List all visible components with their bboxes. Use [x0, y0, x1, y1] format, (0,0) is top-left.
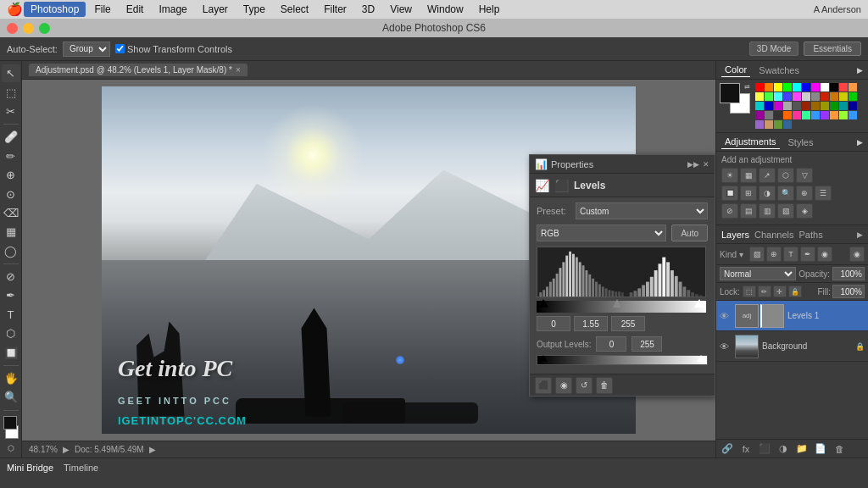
tool-healing[interactable]: 🩹	[2, 128, 20, 146]
minimize-button[interactable]	[23, 23, 34, 34]
swatch[interactable]	[755, 111, 764, 119]
output-black-value[interactable]: 0	[596, 336, 626, 352]
swatch[interactable]	[783, 92, 792, 101]
add-mask-btn[interactable]: ⬛	[757, 442, 772, 456]
swatch[interactable]	[821, 92, 829, 101]
swatch[interactable]	[755, 83, 764, 92]
filter-smartobj[interactable]: ◉	[817, 247, 832, 262]
swatch[interactable]	[811, 83, 820, 92]
maximize-button[interactable]	[39, 23, 50, 34]
lock-transparent-btn[interactable]: ⬚	[743, 286, 756, 297]
output-white-slider[interactable]	[697, 355, 705, 362]
swatch[interactable]	[802, 83, 810, 92]
tab-paths[interactable]: Paths	[799, 230, 823, 240]
add-group-btn[interactable]: 📁	[794, 442, 810, 456]
tool-crop[interactable]: ✂	[2, 103, 20, 120]
swatch[interactable]	[821, 83, 829, 92]
adj-levels[interactable]: ▦	[740, 168, 757, 183]
output-black-slider[interactable]	[539, 355, 548, 362]
menu-filter[interactable]: Filter	[317, 2, 353, 17]
tool-screen-mode[interactable]: ⬡	[2, 440, 20, 458]
tool-select[interactable]: ↖	[2, 64, 20, 82]
adj-selectivecolor[interactable]: ◈	[796, 203, 813, 219]
tool-path[interactable]: ⬡	[2, 324, 20, 342]
tool-history[interactable]: ⊙	[2, 185, 20, 202]
tab-adjustments[interactable]: Adjustments	[721, 135, 780, 149]
swatch[interactable]	[774, 102, 782, 110]
tab-swatches[interactable]: Swatches	[755, 64, 803, 77]
swatch[interactable]	[839, 102, 848, 110]
adj-curves[interactable]: ↗	[759, 168, 776, 183]
adj-hsl[interactable]: 🔲	[721, 186, 738, 201]
essentials-button[interactable]: Essentials	[804, 42, 861, 56]
swatch[interactable]	[765, 92, 773, 101]
foreground-color-box[interactable]	[720, 83, 740, 103]
menu-select[interactable]: Select	[274, 2, 315, 17]
adj-brightness[interactable]: ☀	[721, 168, 738, 183]
swatch[interactable]	[783, 102, 792, 110]
tool-pen[interactable]: ✒	[2, 286, 20, 304]
tool-brush[interactable]: ✏	[2, 147, 20, 165]
adj-threshold[interactable]: ▥	[759, 203, 776, 219]
swatch[interactable]	[793, 83, 801, 92]
adj-channel-mixer[interactable]: ⊕	[796, 186, 813, 201]
swatch[interactable]	[849, 111, 857, 119]
swatch[interactable]	[849, 92, 857, 101]
prop-clip-btn[interactable]: ⬛	[535, 377, 552, 394]
lock-pixels-btn[interactable]: ✏	[758, 286, 771, 297]
swatch[interactable]	[765, 83, 773, 92]
tool-blur[interactable]: ◯	[2, 241, 20, 259]
layer-eye-levels1[interactable]: 👁	[720, 311, 732, 321]
opacity-input[interactable]: 100%	[832, 267, 865, 280]
swatch[interactable]	[774, 111, 782, 119]
swatch[interactable]	[839, 111, 848, 119]
menu-layer[interactable]: Layer	[196, 2, 235, 17]
filter-shape[interactable]: ✒	[800, 247, 815, 262]
swatch[interactable]	[765, 120, 773, 129]
color-panel-expand[interactable]: ▶	[857, 66, 863, 75]
tab-styles[interactable]: Styles	[785, 136, 817, 149]
properties-histogram-icon[interactable]: 📈	[535, 179, 549, 192]
fg-bg-colors[interactable]	[2, 416, 20, 439]
tool-lasso[interactable]: ⬚	[2, 83, 20, 101]
fill-input[interactable]: 100%	[832, 285, 865, 298]
delete-layer-btn[interactable]: 🗑	[832, 442, 847, 456]
canvas-wrap[interactable]: Get into PC GEET INTTO PCC IGETINTOPC'CC…	[22, 80, 715, 441]
black-point-slider[interactable]	[538, 299, 548, 308]
properties-title-bar[interactable]: 📊 Properties ▶▶ ✕	[530, 155, 715, 174]
adj-vibrance[interactable]: ▽	[796, 168, 813, 183]
swatch[interactable]	[793, 111, 801, 119]
menu-view[interactable]: View	[383, 2, 419, 17]
doc-tab-item[interactable]: Adjustment.psd @ 48.2% (Levels 1, Layer …	[29, 64, 248, 76]
tool-hand[interactable]: 🖐	[2, 369, 20, 387]
swatch[interactable]	[783, 83, 792, 92]
filter-toggle[interactable]: ◉	[849, 247, 865, 262]
tool-eraser[interactable]: ⌫	[2, 204, 20, 222]
tool-dodge[interactable]: ⊘	[2, 268, 20, 286]
swatch[interactable]	[755, 102, 764, 110]
show-transform-checkbox[interactable]	[115, 44, 125, 53]
doc-tab-close[interactable]: ×	[236, 65, 241, 75]
lock-position-btn[interactable]: ✛	[773, 286, 787, 297]
swatch[interactable]	[793, 102, 801, 110]
3d-mode-button[interactable]: 3D Mode	[749, 42, 799, 56]
swatch[interactable]	[774, 92, 782, 101]
layers-panel-expand[interactable]: ▶	[857, 230, 863, 239]
swatch[interactable]	[821, 102, 829, 110]
swatch[interactable]	[802, 102, 810, 110]
adj-colorlookup[interactable]: ☰	[815, 186, 832, 201]
swatch[interactable]	[765, 102, 773, 110]
properties-expand-icon[interactable]: ▶▶	[687, 160, 699, 169]
swatch[interactable]	[839, 92, 848, 101]
swatch[interactable]	[839, 83, 848, 92]
prop-view-btn[interactable]: ◉	[555, 377, 572, 394]
swatch[interactable]	[802, 111, 810, 119]
mini-bridge-tab[interactable]: Mini Bridge	[7, 463, 53, 473]
close-button[interactable]	[7, 23, 18, 34]
add-adjustment-btn[interactable]: ◑	[776, 442, 791, 456]
swatch[interactable]	[774, 83, 782, 92]
menu-type[interactable]: Type	[236, 2, 272, 17]
swatch[interactable]	[811, 102, 820, 110]
menu-image[interactable]: Image	[152, 2, 193, 17]
swatch[interactable]	[830, 111, 838, 119]
